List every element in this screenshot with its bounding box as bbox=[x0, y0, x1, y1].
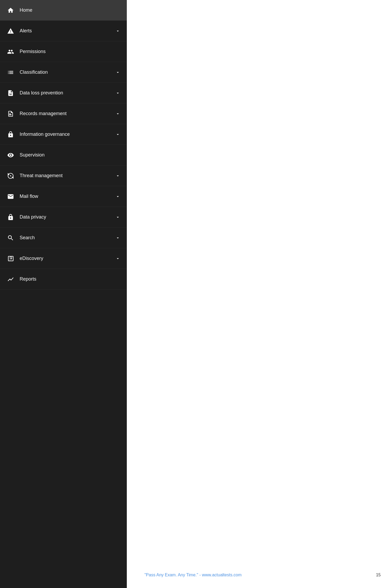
sidebar-item-label: Data privacy bbox=[20, 214, 115, 220]
home-icon bbox=[6, 6, 15, 15]
sidebar-item-label: Alerts bbox=[20, 28, 115, 34]
sidebar-item-reports[interactable]: Reports bbox=[0, 269, 127, 290]
threat-icon bbox=[6, 172, 15, 180]
sidebar-item-permissions[interactable]: Permissions bbox=[0, 41, 127, 62]
chevron-down-icon bbox=[115, 90, 120, 96]
chevron-down-icon bbox=[115, 194, 120, 199]
watermark: "Pass Any Exam. Any Time." - www.actualt… bbox=[0, 573, 386, 577]
sidebar-item-label: Classification bbox=[20, 69, 115, 75]
data-privacy-icon bbox=[6, 213, 15, 221]
reports-icon bbox=[6, 275, 15, 284]
chevron-down-icon bbox=[115, 215, 120, 220]
sidebar-item-classification[interactable]: Classification bbox=[0, 62, 127, 83]
sidebar: Home Alerts Permissions Cl bbox=[0, 0, 127, 588]
lock-icon bbox=[6, 130, 15, 139]
chevron-down-icon bbox=[115, 111, 120, 116]
sidebar-item-home[interactable]: Home bbox=[0, 0, 127, 21]
sidebar-item-ediscovery[interactable]: eDiscovery bbox=[0, 248, 127, 269]
sidebar-item-data-privacy[interactable]: Data privacy bbox=[0, 207, 127, 228]
sidebar-item-label: Information governance bbox=[20, 132, 115, 137]
svg-rect-1 bbox=[9, 114, 10, 115]
records-icon bbox=[6, 110, 15, 118]
sidebar-item-records-management[interactable]: Records management bbox=[0, 103, 127, 124]
mail-icon bbox=[6, 192, 15, 201]
dlp-icon bbox=[6, 89, 15, 97]
svg-point-3 bbox=[10, 175, 11, 176]
classification-icon bbox=[6, 68, 15, 77]
sidebar-item-search[interactable]: Search bbox=[0, 228, 127, 248]
main-content bbox=[127, 0, 386, 588]
sidebar-item-supervision[interactable]: Supervision bbox=[0, 145, 127, 165]
permissions-icon bbox=[6, 47, 15, 56]
chevron-down-icon bbox=[115, 132, 120, 137]
chevron-down-icon bbox=[115, 256, 120, 261]
sidebar-item-label: Home bbox=[20, 7, 120, 13]
alert-icon bbox=[6, 27, 15, 35]
svg-rect-0 bbox=[10, 93, 12, 94]
chevron-down-icon bbox=[115, 173, 120, 178]
chevron-down-icon bbox=[115, 28, 120, 34]
sidebar-item-information-governance[interactable]: Information governance bbox=[0, 124, 127, 145]
sidebar-item-threat-management[interactable]: Threat management bbox=[0, 165, 127, 186]
sidebar-item-alerts[interactable]: Alerts bbox=[0, 21, 127, 41]
svg-rect-2 bbox=[10, 114, 11, 115]
sidebar-item-dlp[interactable]: Data loss prevention bbox=[0, 83, 127, 103]
chevron-down-icon bbox=[115, 70, 120, 75]
sidebar-item-label: Supervision bbox=[20, 152, 120, 158]
search-icon bbox=[6, 234, 15, 242]
sidebar-item-label: Threat management bbox=[20, 173, 115, 178]
ediscovery-icon bbox=[6, 254, 15, 263]
sidebar-item-label: Records management bbox=[20, 111, 115, 116]
chevron-down-icon bbox=[115, 235, 120, 241]
sidebar-item-label: Mail flow bbox=[20, 194, 115, 199]
sidebar-item-label: Permissions bbox=[20, 49, 120, 54]
supervision-icon bbox=[6, 151, 15, 159]
sidebar-item-mail-flow[interactable]: Mail flow bbox=[0, 186, 127, 207]
sidebar-item-label: Data loss prevention bbox=[20, 90, 115, 96]
sidebar-item-label: Search bbox=[20, 235, 115, 241]
watermark-text: "Pass Any Exam. Any Time." - www.actualt… bbox=[144, 573, 241, 577]
sidebar-item-label: Reports bbox=[20, 276, 120, 282]
sidebar-item-label: eDiscovery bbox=[20, 256, 115, 261]
